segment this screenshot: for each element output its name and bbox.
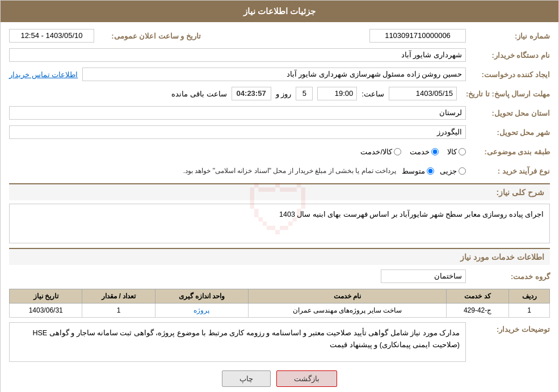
announce-datetime-value: 1403/05/10 - 12:54	[9, 29, 94, 43]
col-service-name: نام خدمت	[249, 289, 447, 304]
col-quantity: تعداد / مقدار	[82, 289, 155, 304]
category-option-kala-khedmat[interactable]: کالا/خدمت	[360, 147, 401, 156]
col-date: تاریخ نیاز	[10, 289, 82, 304]
buyer-notes-value: مدارک مورد نیاز شامل گواهی تأیید صلاحیت …	[9, 322, 466, 362]
purchase-type-motavasset[interactable]: متوسط	[402, 167, 434, 175]
city-label: شهر محل تحویل:	[470, 128, 550, 137]
col-service-code: کد خدمت	[446, 289, 509, 304]
city-value: الیگودرز	[9, 125, 466, 139]
creator-contact-link[interactable]: اطلاعات تماس خریدار	[9, 70, 78, 79]
cell-date: 1403/06/31	[10, 304, 82, 318]
reply-time-label: ساعت:	[362, 90, 384, 98]
services-section-title: اطلاعات خدمات مورد نیاز	[9, 248, 550, 265]
reply-deadline-label: مهلت ارسال پاسخ: تا تاریخ:	[461, 90, 550, 98]
creator-value: حسین روشن زاده مسئول شهرسازی شهرداری شای…	[82, 68, 466, 81]
cell-service-code: ج-42-429	[446, 304, 509, 318]
cell-row: 1	[509, 304, 550, 318]
cell-unit: پروژه	[155, 304, 248, 318]
need-number-value: 1103091710000006	[369, 29, 466, 43]
buyer-org-label: نام دستگاه خریدار:	[470, 51, 550, 60]
cell-service-name: ساخت سایر پروژه‌های مهندسی عمران	[249, 304, 447, 318]
purchase-type-options: جزیی متوسط پرداخت تمام یا بخشی از مبلغ خ…	[183, 167, 466, 175]
need-desc-value: اجرای پیاده روسازی معابر سطح شهر شایورآب…	[9, 204, 550, 243]
col-row: ردیف	[509, 289, 550, 304]
purchase-type-jozi[interactable]: جزیی	[440, 167, 466, 175]
need-desc-section-title: شرح کلی نیاز:	[9, 183, 550, 200]
province-label: استان محل تحویل:	[470, 109, 550, 117]
creator-label: ایجاد کننده درخواست:	[470, 70, 550, 79]
announce-datetime-label: تاریخ و ساعت اعلان عمومی:	[99, 32, 201, 40]
province-value: لرستان	[9, 106, 466, 120]
purchase-note: پرداخت تمام یا بخشی از مبلغ خریدار از مح…	[183, 167, 396, 175]
buyer-notes-label: توضیحات خریدار:	[470, 322, 550, 334]
need-number-label: شماره نیاز:	[470, 32, 550, 40]
col-unit: واحد اندازه گیری	[155, 289, 248, 304]
button-group: بازگشت چاپ	[9, 370, 550, 387]
category-label: طبقه بندی موضوعی:	[470, 147, 550, 156]
table-row: 1 ج-42-429 ساخت سایر پروژه‌های مهندسی عم…	[10, 304, 550, 318]
service-group-value: ساختمان	[381, 269, 466, 283]
category-option-kala[interactable]: کالا	[447, 147, 466, 156]
reply-days-value: 5	[296, 87, 313, 100]
cell-quantity: 1	[82, 304, 155, 318]
back-button[interactable]: بازگشت	[276, 370, 337, 387]
page-header: جزئیات اطلاعات نیاز	[1, 1, 558, 22]
print-button[interactable]: چاپ	[222, 370, 271, 387]
remaining-time-value: 04:23:57	[232, 87, 271, 100]
services-table: ردیف کد خدمت نام خدمت واحد اندازه گیری ت…	[9, 289, 550, 318]
purchase-type-label: نوع فرآیند خرید :	[470, 167, 550, 175]
reply-time-value: 19:00	[317, 87, 357, 100]
reply-days-label: روز و	[276, 90, 292, 98]
service-group-label: گروه خدمت:	[470, 272, 550, 281]
category-option-khedmat[interactable]: خدمت	[410, 147, 439, 156]
reply-date-value: 1403/05/15	[389, 87, 457, 100]
remaining-label: ساعت باقی مانده	[171, 90, 226, 98]
page-title: جزئیات اطلاعات نیاز	[243, 6, 316, 16]
category-radio-group: کالا خدمت کالا/خدمت	[360, 147, 466, 156]
buyer-org-value: شهرداری شایور آباد	[9, 48, 466, 62]
